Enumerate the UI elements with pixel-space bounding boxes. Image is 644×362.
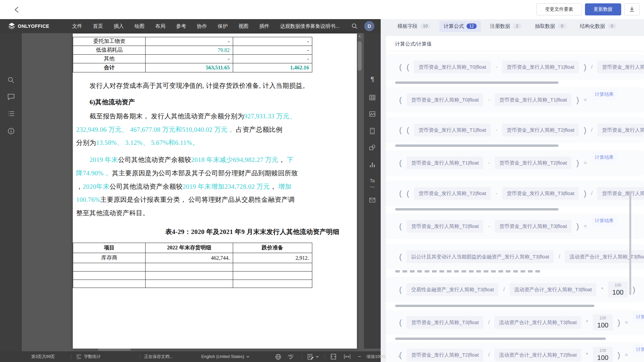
field-pill[interactable]: 货币资金_发行人简称_T0|float — [407, 94, 483, 106]
tab-抽取数据[interactable]: 抽取数据0 — [531, 21, 571, 32]
menu-item[interactable]: 达观数据债券募集说明书... — [275, 19, 345, 33]
fit-page-icon[interactable] — [330, 351, 337, 362]
panel-vertical-scrollbar[interactable] — [629, 191, 631, 295]
field-pill[interactable]: 货币资金_发行人简称_T2|float — [495, 157, 572, 169]
chart-settings-icon[interactable] — [368, 161, 376, 169]
change-file-elements-button[interactable]: 变更文件要素 — [536, 3, 582, 15]
avatar[interactable]: D — [364, 21, 374, 31]
tab-计算公式[interactable]: 计算公式12 — [439, 21, 481, 32]
field-pill[interactable]: 流动资产合计_发行人简称_T2|float — [494, 349, 581, 361]
about-icon[interactable] — [7, 127, 15, 135]
field-pill[interactable]: 货币资金_发行人简称_T3|float — [407, 316, 483, 329]
language-selector[interactable]: English (United States) — [201, 351, 250, 362]
menu-item[interactable]: 插入 — [108, 19, 129, 33]
field-pill[interactable]: 以公计且其变动计入当期损益的金融资产_发行人简称_T3|float — [407, 250, 554, 263]
field-pill[interactable]: 货币资金_发行人简称_T1|float — [495, 94, 572, 106]
highlighted-text: 100.76% — [76, 196, 100, 203]
download-button[interactable] — [624, 3, 640, 15]
menu-item[interactable]: 协作 — [192, 19, 212, 33]
field-pill[interactable]: 货币资金_发行人简称_T2|float — [407, 349, 483, 361]
operator: * — [586, 319, 588, 325]
search-icon[interactable] — [351, 22, 358, 30]
find-icon[interactable] — [7, 76, 15, 84]
page-count[interactable]: 第3页共99页 — [31, 351, 55, 362]
row-horizontal-scrollbar[interactable] — [395, 208, 558, 210]
table-header-cell: 2022 年末存货明细 — [146, 243, 233, 253]
field-pill[interactable]: 货币资金_发行人简称_T1|float — [407, 157, 483, 169]
doc-vertical-scrollbar[interactable] — [358, 41, 362, 71]
navigation-icon[interactable] — [7, 110, 15, 118]
table-cell: 合计 — [73, 63, 146, 72]
field-pill[interactable]: 货币资金_发行人简称_T2|float — [407, 220, 483, 233]
paren: ) — [633, 285, 635, 294]
row-horizontal-scrollbar[interactable] — [395, 81, 558, 84]
tab-结构化数据[interactable]: 结构化数据0 — [576, 21, 621, 32]
panel-section-title: 计算公式/计算值 — [395, 41, 432, 47]
fit-width-icon[interactable] — [343, 351, 351, 362]
menu-item[interactable]: 保护 — [212, 19, 233, 33]
calc-result-pill: 计算结果 — [592, 152, 617, 163]
formula-row: ((货币资金_发行人简称_T1|float-货币资金_发行人简称_T2|floa… — [386, 117, 644, 143]
document-line: 232,949.06 万元、 467,677.08 万元和510,040.02 … — [76, 125, 282, 134]
menu-item[interactable]: 布局 — [150, 19, 171, 33]
field-pill[interactable]: 货币资金_发行人简称_T3|float — [495, 220, 572, 233]
field-pill[interactable]: 货币资金_发行人简称_T3|float — [597, 187, 644, 200]
field-pill[interactable]: 流动资产合计_发行人简称_T3|float — [565, 250, 644, 263]
table-settings-icon[interactable] — [368, 94, 376, 102]
headerfooter-settings-icon[interactable] — [368, 127, 376, 135]
doc-scroll-up-button[interactable]: ▲ — [357, 33, 362, 39]
mailmerge-settings-icon[interactable] — [368, 196, 376, 204]
menu-item[interactable]: 插件 — [254, 19, 275, 33]
right-toolbar: ¶ Ta — [364, 33, 381, 349]
body-text: 发行人对存货成本高于其可变现净值的, 计提存货跌价准备, 计入当期损益。 — [90, 82, 309, 89]
field-pill[interactable]: 货币资金_发行人简称_T3|float — [502, 187, 579, 200]
calc-result-pill: 计算结果 — [633, 344, 644, 355]
spellcheck-icon[interactable]: ABC — [288, 351, 295, 362]
menu-item[interactable]: 文件 — [67, 19, 88, 33]
doc-horizontal-scrollbar[interactable] — [98, 349, 131, 351]
table-cell: - — [146, 37, 233, 46]
row-horizontal-scrollbar[interactable] — [395, 270, 541, 273]
word-count-label[interactable]: 字数统计 — [84, 351, 101, 362]
paren: ) — [584, 125, 586, 135]
menu-item[interactable]: 首页 — [88, 19, 108, 33]
table-cell — [73, 263, 146, 271]
field-pill[interactable]: 货币资金_发行人简称_T1|float — [597, 61, 644, 73]
highlighted-text: 2019 年末 — [90, 156, 118, 163]
comments-icon[interactable] — [7, 93, 15, 101]
field-pill[interactable]: 货币资金_发行人简称_T0|float — [414, 61, 491, 73]
row-horizontal-scrollbar[interactable] — [395, 305, 594, 307]
back-icon[interactable] — [13, 5, 21, 14]
field-pill[interactable]: 货币资金_发行人简称_T1|float — [502, 61, 579, 73]
cell-value: 79.82 — [218, 47, 230, 53]
tab-count-badge: 0 — [558, 23, 567, 29]
word-count-icon[interactable]: 123 — [76, 351, 82, 362]
zoom-out-button[interactable]: − — [358, 351, 361, 362]
field-pill[interactable]: 交易性金融资产_发行人简称_T3|float — [407, 283, 498, 296]
tab-注册数据[interactable]: 注册数据2 — [486, 21, 526, 32]
zoom-in-button[interactable]: + — [397, 351, 400, 362]
shape-settings-icon[interactable] — [368, 144, 376, 152]
menu-item[interactable]: 参考 — [171, 19, 192, 33]
set-language-icon[interactable] — [275, 351, 281, 362]
tab-模板字段[interactable]: 模板字段10 — [393, 21, 435, 32]
update-data-button[interactable]: 更新数据 — [585, 3, 621, 15]
field-pill[interactable]: 流动资产合计_发行人简称_T3|float — [509, 283, 596, 296]
field-pill[interactable]: 流动资产合计_发行人简称_T3|float — [494, 316, 581, 329]
paren: ( — [399, 189, 402, 198]
highlighted-text: 2019 年末增加234,728.02 万元 — [182, 183, 270, 190]
table-header-cell: 项目 — [73, 243, 146, 253]
menu-item[interactable]: 视图 — [233, 19, 254, 33]
field-pill[interactable]: 货币资金_发行人简称_T2|float — [414, 187, 491, 200]
field-pill[interactable]: 货币资金_发行人简称_T1|float — [414, 124, 491, 136]
menu-item[interactable]: 绘图 — [129, 19, 150, 33]
track-changes-icon[interactable] — [307, 351, 319, 362]
row-horizontal-scrollbar[interactable] — [395, 144, 558, 147]
constant-value: 100 — [597, 321, 608, 329]
textart-settings-icon[interactable]: Ta — [368, 178, 376, 186]
image-settings-icon[interactable] — [368, 110, 376, 118]
row-horizontal-scrollbar[interactable] — [395, 338, 606, 340]
field-pill[interactable]: 货币资金_发行人简称_T2|float — [502, 124, 579, 136]
paragraph-settings-icon[interactable]: ¶ — [368, 75, 376, 83]
field-pill[interactable]: 货币资金_发行人简称_T2|float — [597, 124, 644, 136]
